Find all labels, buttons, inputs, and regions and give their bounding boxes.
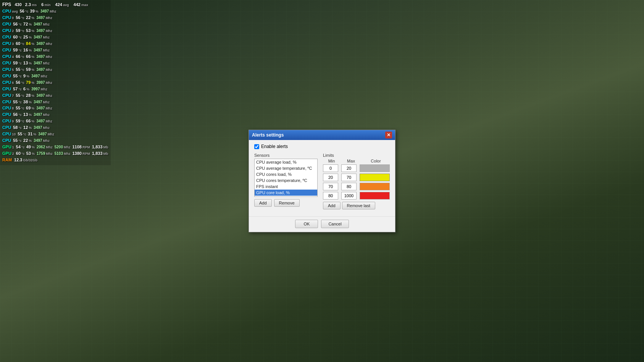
sensor-item-cpu-avg-temp[interactable]: CPU average temperature, ºC: [255, 165, 317, 171]
limit-max-4[interactable]: [341, 192, 357, 200]
limits-color-header: Color: [362, 159, 390, 163]
dialog-titlebar: Alerts settings ✕: [249, 130, 395, 140]
add-limit-button[interactable]: Add: [323, 202, 341, 209]
limit-row-4: [323, 192, 390, 200]
limit-row-3: [323, 183, 390, 190]
dialog-close-button[interactable]: ✕: [385, 132, 392, 138]
enable-alerts-row: Enable alerts: [254, 144, 390, 149]
dialog-title: Alerts settings: [252, 132, 284, 138]
sensors-label: Sensors: [254, 153, 318, 158]
limits-header: Min Max Color: [323, 159, 390, 163]
limits-section: Limits Min Max Color: [323, 153, 390, 209]
limits-label: Limits: [323, 153, 390, 158]
enable-alerts-checkbox[interactable]: [254, 144, 259, 149]
dialog-footer: OK Cancel: [249, 216, 395, 232]
limit-min-2[interactable]: [323, 174, 338, 181]
limit-max-2[interactable]: [341, 174, 357, 181]
limit-min-3[interactable]: [323, 183, 338, 190]
limits-min-header: Min: [323, 159, 340, 163]
limits-max-header: Max: [342, 159, 360, 163]
sensor-item-cpu-cores-temp[interactable]: CPU cores temperature, ºC: [255, 177, 317, 183]
enable-alerts-label[interactable]: Enable alerts: [261, 144, 288, 149]
sensor-item-gpu-core-temp[interactable]: GPU core temperature, ºC: [255, 196, 317, 197]
remove-sensor-button[interactable]: Remove: [274, 199, 300, 207]
limit-color-3[interactable]: [360, 183, 390, 190]
alerts-settings-dialog: Alerts settings ✕ Enable alerts Sensors …: [249, 130, 395, 232]
sensors-buttons: Add Remove: [254, 199, 318, 207]
limit-min-4[interactable]: [323, 192, 338, 200]
limit-max-1[interactable]: [341, 164, 357, 172]
limit-min-1[interactable]: [323, 164, 338, 172]
add-sensor-button[interactable]: Add: [254, 199, 272, 207]
sensor-item-cpu-cores-load[interactable]: CPU cores load, %: [255, 171, 317, 177]
limit-color-2[interactable]: [360, 174, 390, 181]
limit-color-1[interactable]: [360, 164, 390, 172]
sensor-item-fps-instant[interactable]: FPS instant: [255, 183, 317, 190]
sensors-section: Sensors CPU average load, % CPU average …: [254, 153, 318, 209]
dialog-content: Sensors CPU average load, % CPU average …: [254, 153, 390, 209]
ok-button[interactable]: OK: [295, 220, 318, 228]
limit-row-2: [323, 174, 390, 181]
sensor-item-gpu-core-load[interactable]: GPU core load, %: [255, 190, 317, 196]
dialog-body: Enable alerts Sensors CPU average load, …: [249, 140, 395, 213]
cancel-button[interactable]: Cancel: [321, 220, 349, 228]
limit-max-3[interactable]: [341, 183, 357, 190]
limit-row-1: [323, 164, 390, 172]
limits-buttons: Add Remove last: [323, 202, 390, 209]
limit-color-4[interactable]: [360, 192, 390, 200]
sensor-item-cpu-avg-load[interactable]: CPU average load, %: [255, 159, 317, 165]
remove-last-limit-button[interactable]: Remove last: [342, 202, 375, 209]
dialog-backdrop: Alerts settings ✕ Enable alerts Sensors …: [0, 0, 644, 362]
sensors-list[interactable]: CPU average load, % CPU average temperat…: [254, 159, 318, 197]
